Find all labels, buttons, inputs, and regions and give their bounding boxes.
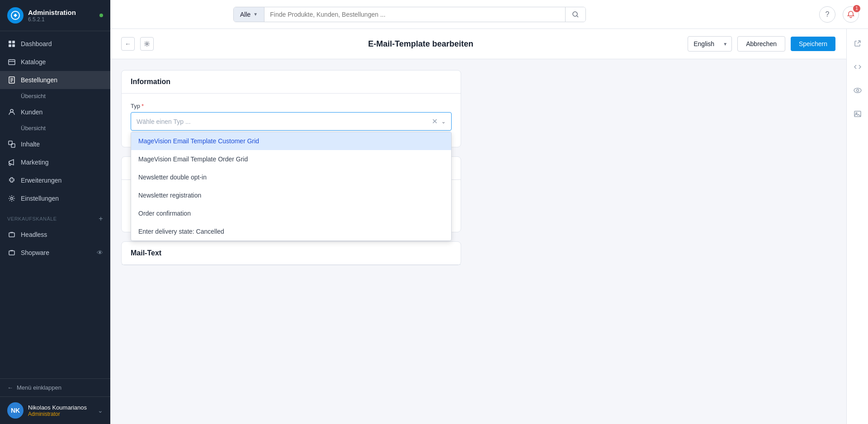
- sales-channels-section: Verkaufskanäle +: [0, 207, 110, 226]
- language-select[interactable]: English Deutsch: [688, 36, 732, 52]
- status-dot: [99, 14, 103, 17]
- content-main: ← E-Mail-Template bearbeiten English Deu…: [110, 29, 846, 424]
- svg-point-17: [856, 90, 859, 92]
- shopware-icon: [7, 248, 16, 257]
- marketing-icon: [7, 158, 16, 167]
- dropdown-option-2[interactable]: Newsletter double opt-in: [131, 168, 451, 186]
- headless-icon: [7, 230, 16, 239]
- sidebar-item-bestellungen-uebersicht[interactable]: Übersicht: [0, 89, 110, 103]
- dropdown-option-5[interactable]: Enter delivery state: Cancelled: [131, 222, 451, 240]
- bestellungen-label: Bestellungen: [21, 76, 57, 84]
- sidebar: Administration 6.5.2.1 Dashboard: [0, 0, 110, 424]
- svg-rect-2: [12, 41, 15, 43]
- brand-info: Administration 6.5.2.1: [28, 9, 76, 23]
- sidebar-item-inhalte[interactable]: Inhalte: [0, 135, 110, 153]
- dropdown-option-1[interactable]: MageVision Email Template Order Grid: [131, 150, 451, 168]
- dashboard-icon: [7, 39, 16, 48]
- sidebar-item-headless[interactable]: Headless: [0, 226, 110, 244]
- svg-point-11: [11, 198, 13, 200]
- mail-text-section-header: Mail-Text: [122, 242, 461, 265]
- language-selector[interactable]: English Deutsch ▼: [688, 36, 732, 52]
- topbar: Alle ▼ ? 1: [110, 0, 868, 29]
- user-profile[interactable]: NK Nikolaos Koumarianos Administrator ⌄: [0, 396, 110, 424]
- information-section-header: Information: [122, 71, 461, 94]
- sidebar-header: Administration 6.5.2.1: [0, 0, 110, 31]
- kunden-icon: [7, 108, 16, 117]
- panel-send-icon[interactable]: [850, 36, 865, 51]
- einstellungen-label: Einstellungen: [21, 195, 59, 202]
- einstellungen-icon: [7, 194, 16, 203]
- type-field: Typ * Wähle einen Typ ... ✕ ⌄: [131, 103, 452, 131]
- search-type-dropdown[interactable]: Alle ▼: [234, 7, 264, 22]
- mail-text-section: Mail-Text: [121, 241, 461, 265]
- brand-name: Administration: [28, 9, 76, 16]
- marketing-label: Marketing: [21, 159, 48, 166]
- erweiterungen-label: Erweiterungen: [21, 177, 61, 184]
- type-dropdown-menu: MageVision Email Template Customer Grid …: [131, 132, 452, 241]
- add-channel-icon[interactable]: +: [99, 215, 103, 223]
- inhalte-icon: [7, 140, 16, 149]
- page-title: E-Mail-Template bearbeiten: [159, 39, 682, 49]
- kataloge-label: Kataloge: [21, 58, 46, 66]
- sidebar-item-einstellungen[interactable]: Einstellungen: [0, 189, 110, 207]
- user-name: Nikolaos Koumarianos: [28, 404, 98, 411]
- back-button[interactable]: ←: [121, 37, 135, 51]
- svg-rect-5: [9, 60, 15, 65]
- svg-point-10: [9, 164, 11, 165]
- sidebar-item-kunden[interactable]: Kunden: [0, 103, 110, 121]
- inhalte-label: Inhalte: [21, 141, 40, 148]
- sidebar-item-erweiterungen[interactable]: Erweiterungen: [0, 171, 110, 189]
- right-panel: [846, 29, 868, 424]
- dropdown-option-0[interactable]: MageVision Email Template Customer Grid: [131, 132, 451, 150]
- collapse-menu-btn[interactable]: ← Menü einklappen: [0, 379, 110, 396]
- collapse-icon: ←: [7, 384, 13, 391]
- svg-rect-4: [12, 44, 15, 47]
- main-area: Alle ▼ ? 1: [110, 0, 868, 424]
- svg-rect-13: [9, 251, 14, 255]
- sidebar-item-kataloge[interactable]: Kataloge: [0, 53, 110, 71]
- notification-badge: 1: [853, 5, 860, 12]
- type-label: Typ *: [131, 103, 452, 109]
- svg-rect-12: [9, 233, 14, 237]
- sidebar-item-shopware[interactable]: Shopware 👁: [0, 244, 110, 262]
- search-button[interactable]: [565, 7, 585, 22]
- type-clear-icon[interactable]: ✕: [432, 117, 438, 126]
- sidebar-item-dashboard[interactable]: Dashboard: [0, 35, 110, 53]
- search-type-chevron: ▼: [253, 12, 258, 17]
- svg-point-14: [573, 12, 577, 16]
- kataloge-icon: [7, 57, 16, 66]
- search-wrapper: Alle ▼: [233, 7, 586, 22]
- main-nav: Dashboard Kataloge: [0, 31, 110, 378]
- user-chevron-icon: ⌄: [98, 407, 103, 414]
- sidebar-item-kunden-uebersicht[interactable]: Übersicht: [0, 121, 110, 135]
- notifications-button[interactable]: 1: [843, 6, 859, 23]
- type-placeholder: Wähle einen Typ ...: [137, 118, 432, 125]
- panel-image-icon[interactable]: [850, 107, 865, 121]
- brand-version: 6.5.2.1: [28, 16, 76, 23]
- cancel-button[interactable]: Abbrechen: [737, 36, 785, 52]
- search-input[interactable]: [264, 7, 565, 22]
- help-button[interactable]: ?: [819, 6, 835, 23]
- sidebar-item-bestellungen[interactable]: Bestellungen: [0, 71, 110, 89]
- type-select-trigger[interactable]: Wähle einen Typ ... ✕ ⌄: [131, 112, 452, 131]
- user-info: Nikolaos Koumarianos Administrator: [28, 404, 98, 417]
- dropdown-option-3[interactable]: Newsletter registration: [131, 186, 451, 204]
- sidebar-footer: ← Menü einklappen NK Nikolaos Koumariano…: [0, 378, 110, 424]
- panel-eye-icon[interactable]: [850, 83, 865, 98]
- sidebar-item-marketing[interactable]: Marketing: [0, 153, 110, 171]
- svg-point-16: [854, 88, 861, 93]
- type-chevron-icon: ⌄: [441, 118, 446, 125]
- app-logo: [7, 7, 24, 24]
- save-button[interactable]: Speichern: [791, 37, 835, 51]
- information-section: Information Typ * Wähle einen Typ ...: [121, 70, 461, 147]
- page-settings-button[interactable]: [140, 37, 154, 51]
- panel-code-icon[interactable]: [850, 60, 865, 74]
- svg-rect-3: [9, 44, 11, 47]
- bestellungen-icon: [7, 75, 16, 85]
- topbar-actions: ? 1: [819, 6, 859, 23]
- type-dropdown[interactable]: Wähle einen Typ ... ✕ ⌄ MageVision Email…: [131, 112, 452, 131]
- kunden-label: Kunden: [21, 108, 42, 116]
- dropdown-option-4[interactable]: Order confirmation: [131, 204, 451, 222]
- content-area: ← E-Mail-Template bearbeiten English Deu…: [110, 29, 868, 424]
- svg-rect-1: [9, 41, 11, 43]
